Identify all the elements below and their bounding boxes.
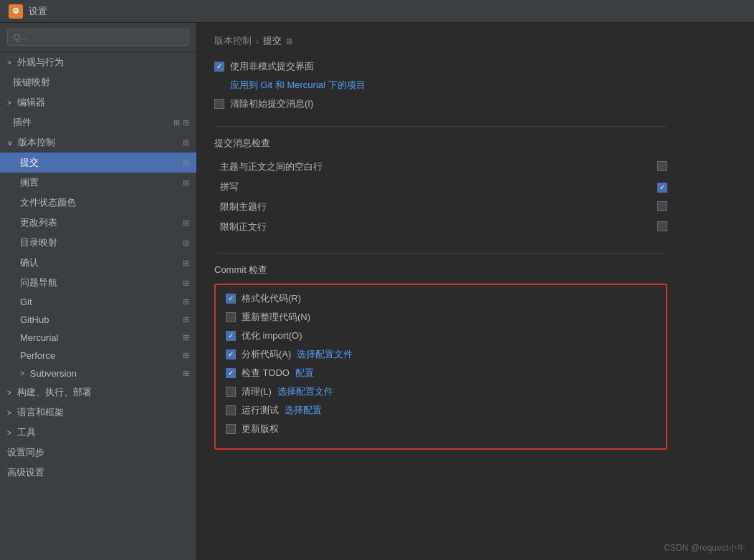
sidebar-item-changelists[interactable]: 搁置⊞ <box>0 173 196 193</box>
commit-cb-rearrange[interactable] <box>226 312 236 322</box>
clear-initial-checkbox[interactable] <box>214 99 224 109</box>
commit-cb-update-copyright[interactable] <box>226 424 236 434</box>
commit-check-items-container: 格式化代码(R)重新整理代码(N)优化 import(O)分析代码(A)选择配置… <box>226 292 656 435</box>
sidebar-item-keymap[interactable]: 按键映射 <box>0 72 196 92</box>
item-left-file-status-colors: 文件状态颜色 <box>20 196 76 209</box>
use-nonmodal-row: 使用非模式提交界面 <box>214 60 667 73</box>
sidebar-item-sync[interactable]: 设置同步 <box>0 443 196 463</box>
sidebar-label-plugins: 插件 <box>13 116 32 129</box>
breadcrumb: 版本控制 › 提交 ⊞ <box>214 34 667 47</box>
commit-cb-optimize-imports[interactable] <box>226 331 236 341</box>
chevron-subversion: > <box>20 370 24 377</box>
commit-cb-check-todo[interactable] <box>226 368 236 378</box>
inspection-label-1: 拼写 <box>214 177 646 197</box>
app-icon: ⚙ <box>9 4 23 19</box>
apply-link[interactable]: 应用到 Git 和 Mercurial 下的项目 <box>230 79 366 90</box>
sidebar-item-file-status-colors[interactable]: 文件状态颜色 <box>0 193 196 213</box>
sidebar-items-container: >外观与行为按键映射>编辑器插件⊞⊞∨版本控制⊞提交⊞搁置⊞文件状态颜色更改列表… <box>0 52 196 483</box>
sidebar-label-issue-nav: 问题导航 <box>20 276 57 289</box>
commit-cb-analyze[interactable] <box>226 349 236 359</box>
item-left-confirmation: 确认 <box>20 256 39 269</box>
commit-label-analyze: 分析代码(A) <box>242 348 291 361</box>
message-inspection-title: 提交消息检查 <box>214 137 667 150</box>
inspection-cb-cell-2 <box>646 197 667 217</box>
inspection-row-2: 限制主题行 <box>214 197 667 217</box>
title-text: 设置 <box>29 5 47 18</box>
commit-check-row-rearrange: 重新整理代码(N) <box>226 311 656 324</box>
sidebar-item-subversion[interactable]: >Subversion⊞ <box>0 365 196 382</box>
commit-check-row-run-tests: 运行测试选择配置 <box>226 404 656 417</box>
commit-label-run-tests: 运行测试 <box>242 404 279 417</box>
breadcrumb-current: 提交 <box>263 34 282 47</box>
commit-cb-run-tests[interactable] <box>226 405 236 415</box>
use-nonmodal-checkbox[interactable] <box>214 62 224 72</box>
sidebar-icon-changelists: ⊞ <box>183 178 189 188</box>
sidebar-label-keymap: 按键映射 <box>13 76 50 89</box>
sidebar-label-editor: 编辑器 <box>17 96 45 109</box>
inspection-cb-0[interactable] <box>657 161 667 171</box>
sidebar-item-advanced[interactable]: 高级设置 <box>0 463 196 483</box>
sidebar-item-dir-mapping[interactable]: 目录映射⊞ <box>0 233 196 253</box>
divider-1 <box>214 126 667 127</box>
sidebar-icon-mercurial: ⊞ <box>183 333 189 342</box>
sidebar-item-perforce[interactable]: Perforce⊞ <box>0 347 196 365</box>
inspection-table: 主题与正文之间的空白行 拼写 限制主题行 限制正文行 <box>214 157 667 237</box>
item-right-vcs: ⊞ <box>183 138 189 148</box>
inspection-cb-1[interactable] <box>657 183 667 193</box>
commit-link-run-tests[interactable]: 选择配置 <box>285 404 322 417</box>
item-right-changelists2: ⊞ <box>183 218 189 228</box>
commit-cb-reformat[interactable] <box>226 294 236 304</box>
sidebar-item-vcs[interactable]: ∨版本控制⊞ <box>0 132 196 153</box>
search-input[interactable] <box>7 29 189 46</box>
item-right-issue-nav: ⊞ <box>183 279 189 288</box>
sidebar-item-lang[interactable]: >语言和框架 <box>0 402 196 423</box>
sidebar-label-git: Git <box>20 296 32 307</box>
sidebar-item-github[interactable]: GitHub⊞ <box>0 311 196 329</box>
commit-cb-cleanup[interactable] <box>226 387 236 397</box>
sidebar-item-issue-nav[interactable]: 问题导航⊞ <box>0 273 196 293</box>
inspection-label-2: 限制主题行 <box>214 197 646 217</box>
item-right-perforce: ⊞ <box>183 351 189 360</box>
commit-link-cleanup[interactable]: 选择配置文件 <box>277 385 333 398</box>
sidebar-item-commit[interactable]: 提交⊞ <box>0 153 196 173</box>
commit-check-row-optimize-imports: 优化 import(O) <box>226 329 656 342</box>
item-left-plugins: 插件 <box>7 116 32 129</box>
item-right-dir-mapping: ⊞ <box>183 238 189 248</box>
sidebar-label-perforce: Perforce <box>20 350 55 361</box>
sidebar-icon-subversion: ⊞ <box>183 369 189 378</box>
item-left-issue-nav: 问题导航 <box>20 276 57 289</box>
sidebar-item-editor[interactable]: >编辑器 <box>0 92 196 112</box>
item-left-keymap: 按键映射 <box>7 76 50 89</box>
sidebar-item-build[interactable]: >构建、执行、部署 <box>0 382 196 402</box>
commit-check-row-check-todo: 检查 TODO配置 <box>226 367 656 380</box>
sidebar-item-tools[interactable]: >工具 <box>0 423 196 443</box>
sidebar-label-advanced: 高级设置 <box>7 466 44 479</box>
sidebar-label-changelists2: 更改列表 <box>20 216 57 229</box>
item-left-advanced: 高级设置 <box>7 466 44 479</box>
item-right-changelists: ⊞ <box>183 178 189 188</box>
item-left-git: Git <box>20 296 32 307</box>
sidebar-icon-dir-mapping: ⊞ <box>183 238 189 248</box>
commit-checks-section: Commit 检查 格式化代码(R)重新整理代码(N)优化 import(O)分… <box>214 264 667 450</box>
inspection-cb-3[interactable] <box>657 221 667 231</box>
sidebar-label-vcs: 版本控制 <box>18 136 55 149</box>
item-right-git: ⊞ <box>183 297 189 306</box>
sidebar-icon-perforce: ⊞ <box>183 351 189 360</box>
sidebar-item-changelists2[interactable]: 更改列表⊞ <box>0 213 196 233</box>
sidebar-label-tools: 工具 <box>17 426 36 439</box>
use-nonmodal-label: 使用非模式提交界面 <box>230 60 314 73</box>
sidebar-item-git[interactable]: Git⊞ <box>0 293 196 311</box>
commit-link-check-todo[interactable]: 配置 <box>295 367 314 380</box>
item-left-tools: >工具 <box>7 426 36 439</box>
sidebar-icon-vcs: ⊞ <box>183 138 189 148</box>
inspection-cb-2[interactable] <box>657 201 667 211</box>
sidebar-item-plugins[interactable]: 插件⊞⊞ <box>0 112 196 132</box>
inspection-row-1: 拼写 <box>214 177 667 197</box>
sidebar-item-appearance[interactable]: >外观与行为 <box>0 52 196 72</box>
sidebar-item-mercurial[interactable]: Mercurial⊞ <box>0 329 196 347</box>
commit-link-analyze[interactable]: 选择配置文件 <box>297 348 353 361</box>
item-left-vcs: ∨版本控制 <box>7 136 55 149</box>
sidebar-label-file-status-colors: 文件状态颜色 <box>20 196 76 209</box>
sidebar-item-confirmation[interactable]: 确认⊞ <box>0 253 196 273</box>
commit-label-optimize-imports: 优化 import(O) <box>242 329 302 342</box>
